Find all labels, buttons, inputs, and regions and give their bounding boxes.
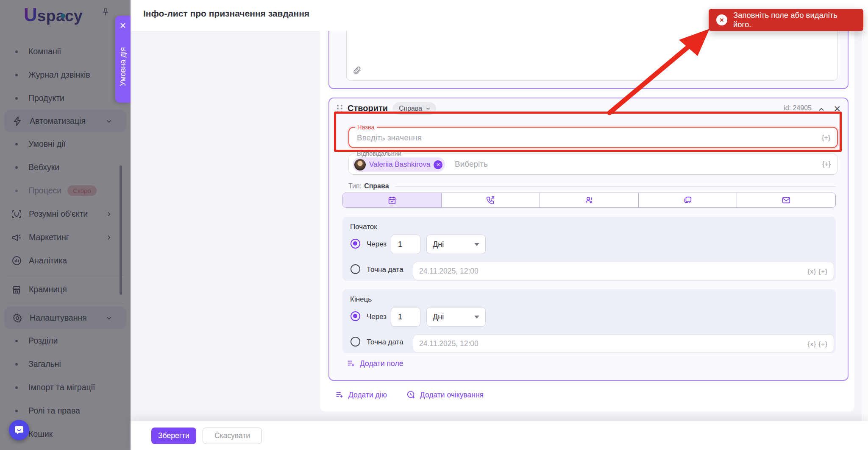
tab-task-type-call[interactable] [442,193,540,207]
task-type-segmented-control [342,193,836,208]
insert-variable-button[interactable]: {+} [822,160,831,168]
radio-after-selected[interactable] [351,311,360,321]
input-placeholder: Виберіть [455,159,488,169]
user-chip-name: Valeriia Bashkirova [369,160,430,169]
exact-date-input[interactable]: 24.11.2025, 12:00{x} {+} [413,334,834,353]
interval-value-input[interactable]: 1 [391,307,420,327]
exact-date-input[interactable]: 24.11.2025, 12:00{x} {+} [413,262,834,280]
drawer-footer: Зберегти Скасувати [131,421,868,450]
radio-after-selected[interactable] [351,239,360,249]
tab-task-type-email[interactable] [737,193,835,207]
error-toast[interactable]: ✕ Заповніть поле або видаліть його. [709,9,863,31]
avatar [354,159,366,170]
radio-exact-date[interactable] [351,337,360,347]
paperclip-icon[interactable] [353,66,362,75]
caret-down-icon [474,316,479,319]
remove-chip-button[interactable]: ✕ [434,160,442,169]
drawer-side-tab[interactable]: ✕ Умовна дія [115,16,131,103]
save-button[interactable]: Зберегти [151,428,196,444]
chevron-down-icon [425,106,431,112]
error-circle-icon: ✕ [716,14,727,25]
people-icon [584,196,594,205]
cancel-button[interactable]: Скасувати [203,428,262,444]
chat-bubble-icon [14,425,24,435]
page-title: Інфо-лист про призначення завдання [143,8,309,19]
toast-message: Заповніть поле або видаліть його. [733,11,856,29]
drawer-tab-label: Умовна дія [115,33,131,101]
add-field-button[interactable]: Додати поле [346,359,403,368]
modal-backdrop[interactable] [0,0,131,450]
interval-unit-select[interactable]: Дні [426,307,486,327]
interval-value-input[interactable]: 1 [391,235,420,254]
divider [395,186,836,187]
end-period-panel: Кінець Через 1 Дні Точна дата 24.11.2025… [342,289,836,353]
support-chat-button[interactable] [9,420,29,440]
add-action-button[interactable]: Додати дію [335,390,387,400]
add-wait-button[interactable]: Додати очікування [406,390,484,400]
card-id: id: 24905 [784,104,812,112]
workflow-actions: Додати дію Додати очікування [335,390,484,400]
annotation-highlight-rectangle [334,112,842,152]
responsible-input[interactable]: Відповідальний Valeriia Bashkirova ✕ Виб… [348,154,838,175]
caret-down-icon [474,243,479,246]
canvas-scroll-area[interactable] [862,31,868,421]
action-card-email[interactable] [328,31,849,89]
calendar-check-icon [387,196,397,205]
playlist-plus-icon [346,359,356,368]
tab-task-type-meeting[interactable] [540,193,639,207]
email-body-editor[interactable] [346,31,838,81]
workflow-canvas: Створити Справа id: 24905 ✕ Назва Введіт… [131,31,868,421]
chat-copy-icon [683,196,693,205]
user-chip[interactable]: Valeriia Bashkirova ✕ [353,157,445,172]
tab-task-type-todo[interactable] [343,193,442,207]
variable-tokens[interactable]: {x} {+} [808,340,828,347]
variable-tokens[interactable]: {x} {+} [808,268,828,275]
tab-task-type-chat[interactable] [639,193,737,207]
start-period-panel: Початок Через 1 Дні Точна дата 24.11.202… [342,217,836,281]
playlist-plus-icon [335,390,344,400]
close-icon[interactable]: ✕ [115,21,131,31]
envelope-icon [782,196,791,205]
radio-exact-date[interactable] [351,264,360,274]
type-row: Тип: Справа [348,182,836,190]
phone-outgoing-icon [486,196,495,205]
clock-plus-icon [406,390,416,400]
interval-unit-select[interactable]: Дні [426,235,486,254]
